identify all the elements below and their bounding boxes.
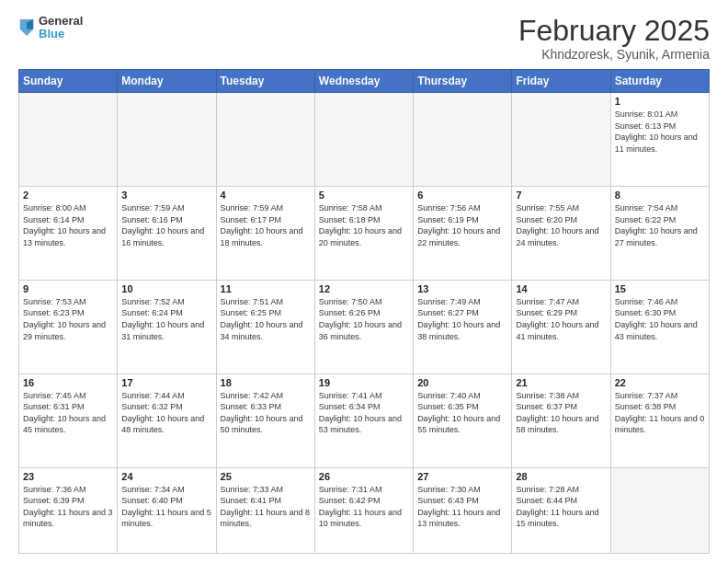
day-number: 21: [516, 377, 606, 388]
logo-icon: [18, 17, 35, 38]
day-info: Sunrise: 7:42 AM Sunset: 6:33 PM Dayligh…: [221, 390, 311, 436]
day-number: 19: [319, 377, 409, 388]
day-number: 3: [121, 190, 211, 201]
day-info: Sunrise: 7:31 AM Sunset: 6:42 PM Dayligh…: [319, 484, 409, 530]
day-number: 7: [516, 190, 606, 201]
day-info: Sunrise: 7:33 AM Sunset: 6:41 PM Dayligh…: [221, 484, 311, 530]
location: Khndzoresk, Syunik, Armenia: [518, 47, 710, 62]
day-info: Sunrise: 8:01 AM Sunset: 6:13 PM Dayligh…: [615, 109, 705, 155]
day-number: 12: [319, 283, 409, 294]
day-info: Sunrise: 7:28 AM Sunset: 6:44 PM Dayligh…: [516, 484, 606, 530]
day-info: Sunrise: 7:41 AM Sunset: 6:34 PM Dayligh…: [319, 390, 409, 436]
title-area: February 2025 Khndzoresk, Syunik, Armeni…: [518, 15, 710, 62]
table-row: 4Sunrise: 7:59 AM Sunset: 6:17 PM Daylig…: [216, 187, 314, 281]
logo-general: General: [39, 15, 83, 28]
page: General Blue February 2025 Khndzoresk, S…: [0, 0, 728, 563]
table-row: 17Sunrise: 7:44 AM Sunset: 6:32 PM Dayli…: [118, 373, 216, 467]
table-row: [19, 93, 118, 187]
table-row: 15Sunrise: 7:46 AM Sunset: 6:30 PM Dayli…: [610, 280, 709, 373]
header: General Blue February 2025 Khndzoresk, S…: [18, 15, 710, 62]
table-row: 21Sunrise: 7:38 AM Sunset: 6:37 PM Dayli…: [512, 373, 610, 467]
day-number: 27: [417, 471, 507, 482]
table-row: 5Sunrise: 7:58 AM Sunset: 6:18 PM Daylig…: [314, 187, 413, 281]
col-thursday: Thursday: [414, 70, 512, 93]
day-number: 18: [221, 377, 311, 388]
table-row: 23Sunrise: 7:36 AM Sunset: 6:39 PM Dayli…: [19, 467, 118, 554]
table-row: 1Sunrise: 8:01 AM Sunset: 6:13 PM Daylig…: [610, 93, 709, 187]
day-number: 23: [23, 471, 113, 482]
day-number: 17: [121, 377, 211, 388]
table-row: 20Sunrise: 7:40 AM Sunset: 6:35 PM Dayli…: [414, 373, 512, 467]
day-number: 15: [615, 283, 705, 294]
day-info: Sunrise: 7:53 AM Sunset: 6:23 PM Dayligh…: [23, 296, 113, 342]
logo: General Blue: [18, 15, 83, 41]
table-row: 28Sunrise: 7:28 AM Sunset: 6:44 PM Dayli…: [512, 467, 610, 554]
day-info: Sunrise: 7:50 AM Sunset: 6:26 PM Dayligh…: [319, 296, 409, 342]
table-row: 9Sunrise: 7:53 AM Sunset: 6:23 PM Daylig…: [19, 280, 118, 373]
day-info: Sunrise: 7:36 AM Sunset: 6:39 PM Dayligh…: [23, 484, 113, 530]
day-info: Sunrise: 7:49 AM Sunset: 6:27 PM Dayligh…: [417, 296, 507, 342]
table-row: [512, 93, 610, 187]
day-number: 11: [221, 283, 311, 294]
table-row: 14Sunrise: 7:47 AM Sunset: 6:29 PM Dayli…: [512, 280, 610, 373]
col-wednesday: Wednesday: [314, 70, 413, 93]
day-info: Sunrise: 7:37 AM Sunset: 6:38 PM Dayligh…: [615, 390, 705, 436]
day-number: 8: [615, 190, 705, 201]
logo-blue: Blue: [39, 28, 83, 40]
table-row: 27Sunrise: 7:30 AM Sunset: 6:43 PM Dayli…: [414, 467, 512, 554]
day-number: 5: [319, 190, 409, 201]
table-row: [414, 93, 512, 187]
day-info: Sunrise: 7:54 AM Sunset: 6:22 PM Dayligh…: [615, 202, 705, 248]
day-info: Sunrise: 7:44 AM Sunset: 6:32 PM Dayligh…: [121, 390, 211, 436]
table-row: 16Sunrise: 7:45 AM Sunset: 6:31 PM Dayli…: [19, 373, 118, 467]
col-friday: Friday: [512, 70, 610, 93]
day-number: 4: [221, 190, 311, 201]
day-info: Sunrise: 7:59 AM Sunset: 6:17 PM Dayligh…: [221, 202, 311, 248]
day-info: Sunrise: 7:58 AM Sunset: 6:18 PM Dayligh…: [319, 202, 409, 248]
day-info: Sunrise: 7:30 AM Sunset: 6:43 PM Dayligh…: [417, 484, 507, 530]
table-row: 13Sunrise: 7:49 AM Sunset: 6:27 PM Dayli…: [414, 280, 512, 373]
day-info: Sunrise: 7:56 AM Sunset: 6:19 PM Dayligh…: [417, 202, 507, 248]
day-info: Sunrise: 7:47 AM Sunset: 6:29 PM Dayligh…: [516, 296, 606, 342]
calendar-table: Sunday Monday Tuesday Wednesday Thursday…: [18, 69, 710, 554]
table-row: 3Sunrise: 7:59 AM Sunset: 6:16 PM Daylig…: [118, 187, 216, 281]
day-info: Sunrise: 7:46 AM Sunset: 6:30 PM Dayligh…: [615, 296, 705, 342]
table-row: 8Sunrise: 7:54 AM Sunset: 6:22 PM Daylig…: [610, 187, 709, 281]
table-row: [216, 93, 314, 187]
table-row: 22Sunrise: 7:37 AM Sunset: 6:38 PM Dayli…: [610, 373, 709, 467]
day-number: 13: [417, 283, 507, 294]
day-info: Sunrise: 7:34 AM Sunset: 6:40 PM Dayligh…: [121, 484, 211, 530]
day-number: 25: [221, 471, 311, 482]
day-number: 6: [417, 190, 507, 201]
table-row: 26Sunrise: 7:31 AM Sunset: 6:42 PM Dayli…: [314, 467, 413, 554]
col-monday: Monday: [118, 70, 216, 93]
day-number: 10: [121, 283, 211, 294]
day-number: 16: [23, 377, 113, 388]
table-row: 25Sunrise: 7:33 AM Sunset: 6:41 PM Dayli…: [216, 467, 314, 554]
col-sunday: Sunday: [19, 70, 118, 93]
table-row: 6Sunrise: 7:56 AM Sunset: 6:19 PM Daylig…: [414, 187, 512, 281]
day-number: 26: [319, 471, 409, 482]
table-row: 7Sunrise: 7:55 AM Sunset: 6:20 PM Daylig…: [512, 187, 610, 281]
day-number: 2: [23, 190, 113, 201]
table-row: 24Sunrise: 7:34 AM Sunset: 6:40 PM Dayli…: [118, 467, 216, 554]
day-info: Sunrise: 7:52 AM Sunset: 6:24 PM Dayligh…: [121, 296, 211, 342]
day-number: 22: [615, 377, 705, 388]
day-info: Sunrise: 7:45 AM Sunset: 6:31 PM Dayligh…: [23, 390, 113, 436]
day-number: 24: [121, 471, 211, 482]
table-row: [314, 93, 413, 187]
col-tuesday: Tuesday: [216, 70, 314, 93]
table-row: 10Sunrise: 7:52 AM Sunset: 6:24 PM Dayli…: [118, 280, 216, 373]
logo-text: General Blue: [39, 15, 83, 41]
day-info: Sunrise: 7:40 AM Sunset: 6:35 PM Dayligh…: [417, 390, 507, 436]
col-saturday: Saturday: [610, 70, 709, 93]
day-info: Sunrise: 7:51 AM Sunset: 6:25 PM Dayligh…: [221, 296, 311, 342]
table-row: 2Sunrise: 8:00 AM Sunset: 6:14 PM Daylig…: [19, 187, 118, 281]
month-title: February 2025: [518, 15, 710, 47]
table-row: 19Sunrise: 7:41 AM Sunset: 6:34 PM Dayli…: [314, 373, 413, 467]
day-number: 20: [417, 377, 507, 388]
table-row: 12Sunrise: 7:50 AM Sunset: 6:26 PM Dayli…: [314, 280, 413, 373]
day-info: Sunrise: 7:55 AM Sunset: 6:20 PM Dayligh…: [516, 202, 606, 248]
day-info: Sunrise: 7:59 AM Sunset: 6:16 PM Dayligh…: [121, 202, 211, 248]
table-row: 18Sunrise: 7:42 AM Sunset: 6:33 PM Dayli…: [216, 373, 314, 467]
